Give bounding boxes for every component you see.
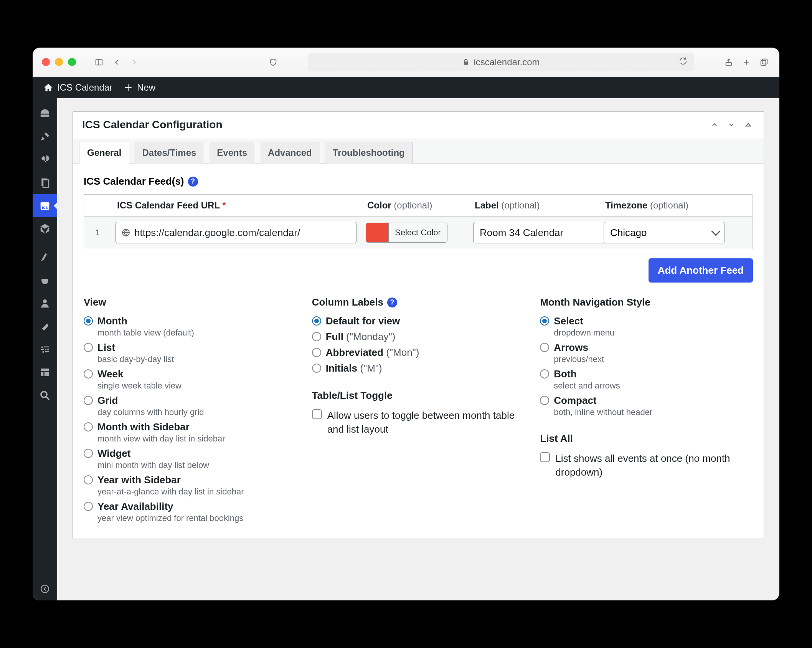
shield-icon[interactable] <box>267 56 279 68</box>
radio-label[interactable]: Select <box>554 315 583 327</box>
forward-button[interactable] <box>128 56 140 68</box>
tab-general[interactable]: General <box>79 142 129 164</box>
color-swatch[interactable] <box>366 223 388 242</box>
sidebar-item-users[interactable] <box>33 292 57 315</box>
back-button[interactable] <box>111 56 123 68</box>
radio-label[interactable]: Default for view <box>326 315 400 327</box>
radio-option[interactable] <box>540 343 549 352</box>
panel-up-icon[interactable] <box>708 119 721 131</box>
radio-option[interactable] <box>84 316 93 326</box>
radio-option[interactable] <box>540 316 549 326</box>
sidebar-item-search[interactable] <box>33 384 57 407</box>
view-section: View Monthmonth table view (default)List… <box>84 296 297 523</box>
svg-rect-0 <box>96 59 102 65</box>
tab-events[interactable]: Events <box>209 142 255 164</box>
tab-bar: General Dates/Times Events Advanced Trou… <box>73 138 764 164</box>
radio-label[interactable]: Year with Sidebar <box>97 474 181 486</box>
help-icon[interactable]: ? <box>188 177 198 187</box>
sidebar-item-pages[interactable] <box>33 171 57 194</box>
new-tab-icon[interactable] <box>740 56 753 68</box>
select-color-button[interactable]: Select Color <box>388 223 447 242</box>
tab-advanced[interactable]: Advanced <box>260 142 320 164</box>
toggle-checkbox[interactable] <box>312 409 322 419</box>
radio-option[interactable] <box>540 369 549 379</box>
radio-label[interactable]: Grid <box>97 395 118 407</box>
radio-label[interactable]: Abbreviated ("Mon") <box>326 347 419 359</box>
feed-url-input[interactable] <box>116 222 356 243</box>
sidebar-item-posts[interactable] <box>33 125 57 148</box>
sidebar-item-appearance[interactable] <box>33 246 57 269</box>
tabs-icon[interactable] <box>758 56 770 68</box>
radio-label[interactable]: Widget <box>97 448 130 460</box>
view-title: View <box>84 296 297 308</box>
radio-label[interactable]: Compact <box>554 395 596 407</box>
panel-collapse-icon[interactable] <box>742 119 754 131</box>
close-window-button[interactable] <box>42 58 50 66</box>
timezone-select[interactable]: Chicago <box>604 222 725 243</box>
radio-option[interactable] <box>312 316 321 326</box>
radio-label[interactable]: Week <box>97 368 123 380</box>
radio-label[interactable]: Month <box>97 315 127 327</box>
list-all-checkbox[interactable] <box>540 452 550 462</box>
feeds-table: ICS Calendar Feed URL * Color (optional)… <box>84 194 753 249</box>
browser-toolbar: icscalendar.com <box>33 48 779 77</box>
radio-label[interactable]: Arrows <box>554 342 588 354</box>
radio-option[interactable] <box>84 396 93 405</box>
radio-option[interactable] <box>84 449 93 458</box>
sidebar-item-plugin[interactable] <box>33 217 57 240</box>
sidebar-item-tools[interactable] <box>33 315 57 338</box>
radio-label[interactable]: List <box>97 342 115 354</box>
sidebar-item-ics-calendar[interactable]: ics <box>33 194 57 217</box>
sidebar-item-media[interactable] <box>33 148 57 171</box>
wp-admin-bar: ICS Calendar New <box>33 77 779 98</box>
column-labels-title: Column Labels <box>312 296 383 308</box>
sidebar-item-dashboard[interactable] <box>33 102 57 125</box>
radio-option[interactable] <box>84 502 93 511</box>
site-home-link[interactable]: ICS Calendar <box>38 77 118 98</box>
radio-option[interactable] <box>84 422 93 431</box>
share-icon[interactable] <box>723 56 735 68</box>
panel-down-icon[interactable] <box>725 119 738 131</box>
svg-marker-28 <box>746 124 751 126</box>
tab-troubleshooting[interactable]: Troubleshooting <box>325 142 413 164</box>
toggle-title: Table/List Toggle <box>312 390 525 402</box>
add-feed-button[interactable]: Add Another Feed <box>649 258 753 283</box>
radio-option[interactable] <box>84 475 93 484</box>
sidebar-toggle-icon[interactable] <box>93 56 105 68</box>
radio-label[interactable]: Year Availability <box>97 501 173 512</box>
radio-label[interactable]: Both <box>554 368 576 380</box>
minimize-window-button[interactable] <box>55 58 63 66</box>
feed-row-1: 1 Select Color <box>84 217 753 249</box>
color-picker[interactable]: Select Color <box>366 223 447 243</box>
radio-label[interactable]: Month with Sidebar <box>97 421 190 433</box>
reload-icon[interactable] <box>679 57 687 68</box>
svg-line-26 <box>46 397 50 400</box>
svg-rect-6 <box>761 60 766 65</box>
list-all-text: List shows all events at once (no month … <box>555 451 753 479</box>
radio-option[interactable] <box>84 369 93 379</box>
radio-option[interactable] <box>84 343 93 352</box>
radio-option[interactable] <box>540 396 549 405</box>
new-content-link[interactable]: New <box>118 77 161 98</box>
radio-description: both, inline without header <box>554 407 753 417</box>
svg-text:ics: ics <box>42 205 48 210</box>
sidebar-item-settings[interactable] <box>33 338 57 361</box>
feed-url-field[interactable] <box>134 227 351 239</box>
radio-label[interactable]: Initials ("M") <box>326 362 382 374</box>
maximize-window-button[interactable] <box>68 58 76 66</box>
feed-label-input[interactable] <box>473 222 611 243</box>
tab-dates-times[interactable]: Dates/Times <box>134 142 204 164</box>
svg-rect-22 <box>41 369 49 376</box>
svg-point-8 <box>41 156 45 160</box>
radio-option[interactable] <box>312 348 321 357</box>
sidebar-item-plugins[interactable] <box>33 269 57 292</box>
collapse-menu-button[interactable] <box>33 577 57 600</box>
address-bar[interactable]: icscalendar.com <box>308 53 694 71</box>
radio-option[interactable] <box>312 332 321 341</box>
radio-label[interactable]: Full ("Monday") <box>326 331 396 343</box>
radio-option[interactable] <box>312 364 321 373</box>
help-icon[interactable]: ? <box>387 298 397 307</box>
window-controls <box>42 58 76 66</box>
radio-description: basic day-by-day list <box>97 354 297 364</box>
sidebar-item-extra[interactable] <box>33 361 57 384</box>
